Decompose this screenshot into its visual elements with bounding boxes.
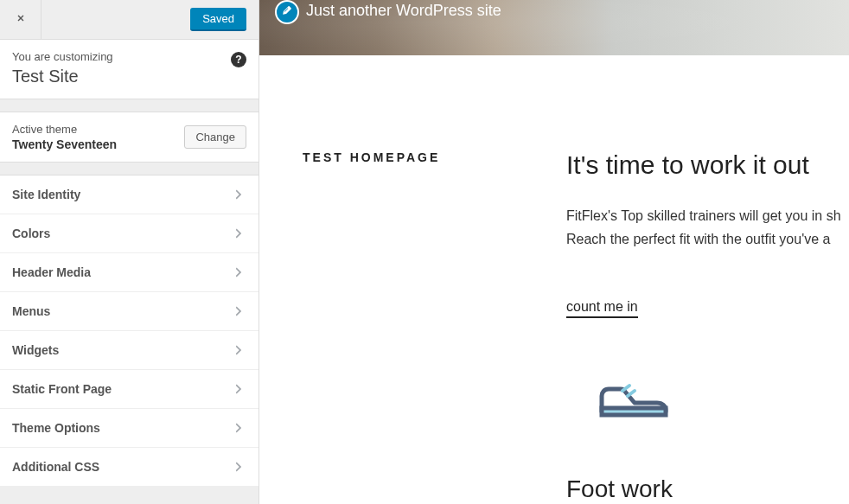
menu-item-colors[interactable]: Colors <box>0 214 259 253</box>
customizing-label: You are customizing <box>12 50 246 63</box>
chevron-right-icon <box>231 187 246 202</box>
chevron-right-icon <box>231 420 246 436</box>
preview-pane: Just another WordPress site TEST HOMEPAG… <box>259 0 849 504</box>
section-headline: It's time to work it out <box>566 150 849 180</box>
preview-content: TEST HOMEPAGE It's time to work it out F… <box>259 55 849 503</box>
menu-item-theme-options[interactable]: Theme Options <box>0 409 259 448</box>
page-title-label: TEST HOMEPAGE <box>303 150 527 164</box>
body-line-2: Reach the perfect fit with the outfit yo… <box>566 232 830 246</box>
section-body: FitFlex's Top skilled trainers will get … <box>566 204 849 251</box>
menu-item-label: Site Identity <box>12 188 80 201</box>
close-icon <box>15 12 27 28</box>
svg-line-2 <box>628 391 635 396</box>
svg-rect-0 <box>602 408 666 415</box>
menu-item-menus[interactable]: Menus <box>0 292 259 331</box>
site-title: Test Site <box>12 67 246 86</box>
foot-work-heading: Foot work <box>566 475 849 503</box>
customizer-sidebar: Saved You are customizing Test Site ? Ac… <box>0 0 259 504</box>
content-left: TEST HOMEPAGE <box>303 150 527 503</box>
saved-button[interactable]: Saved <box>190 8 246 31</box>
menu-item-label: Colors <box>12 226 50 240</box>
customizing-panel: You are customizing Test Site ? <box>0 40 259 99</box>
menu-item-label: Theme Options <box>12 421 100 435</box>
menu-item-label: Static Front Page <box>12 382 112 396</box>
sidebar-header: Saved <box>0 0 259 40</box>
menu-item-widgets[interactable]: Widgets <box>0 331 259 370</box>
site-tagline: Just another WordPress site <box>306 2 501 20</box>
chevron-right-icon <box>231 381 246 397</box>
shoe-icon <box>597 408 671 423</box>
chevron-right-icon <box>231 226 246 241</box>
chevron-right-icon <box>231 342 246 358</box>
customizer-app: Saved You are customizing Test Site ? Ac… <box>0 0 849 504</box>
menu-item-label: Widgets <box>12 343 59 357</box>
cta-link[interactable]: count me in <box>566 299 638 318</box>
menu-item-site-identity[interactable]: Site Identity <box>0 175 259 214</box>
pencil-icon <box>281 4 293 20</box>
chevron-right-icon <box>231 303 246 319</box>
close-button[interactable] <box>0 0 41 40</box>
menu-list: Site Identity Colors Header Media Menus … <box>0 175 259 487</box>
menu-item-label: Header Media <box>12 265 91 279</box>
spacer <box>0 163 259 175</box>
chevron-right-icon <box>231 265 246 280</box>
menu-item-label: Additional CSS <box>12 460 99 474</box>
active-theme-row: Active theme Twenty Seventeen Change <box>0 112 259 163</box>
active-theme-name: Twenty Seventeen <box>12 137 117 151</box>
edit-shortcut-button[interactable] <box>275 0 299 24</box>
menu-item-label: Menus <box>12 304 50 318</box>
content-right: It's time to work it out FitFlex's Top s… <box>527 150 849 503</box>
change-theme-button[interactable]: Change <box>184 125 246 149</box>
svg-line-1 <box>622 386 629 391</box>
menu-item-additional-css[interactable]: Additional CSS <box>0 448 259 487</box>
menu-item-static-front-page[interactable]: Static Front Page <box>0 370 259 409</box>
hero-header: Just another WordPress site <box>259 0 849 55</box>
menu-item-header-media[interactable]: Header Media <box>0 253 259 292</box>
active-theme-label: Active theme <box>12 123 117 136</box>
chevron-right-icon <box>231 459 246 475</box>
help-icon[interactable]: ? <box>231 52 246 67</box>
spacer <box>0 99 259 112</box>
shoe-illustration <box>597 370 849 424</box>
body-line-1: FitFlex's Top skilled trainers will get … <box>566 208 841 223</box>
theme-meta: Active theme Twenty Seventeen <box>12 123 117 151</box>
